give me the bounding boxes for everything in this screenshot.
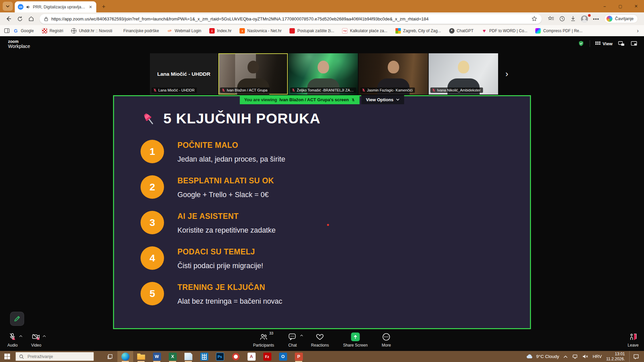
red-ring-app[interactable] <box>228 351 244 362</box>
taskbar-search[interactable] <box>15 352 94 361</box>
history-icon[interactable] <box>559 16 565 22</box>
video-tile[interactable]: Željko Tomašić -BRANITELJI ZAJ... <box>288 53 358 95</box>
bookmark-item[interactable]: Uhddr.hr :: Novosti <box>71 28 112 34</box>
calculator-app[interactable] <box>196 351 212 362</box>
filezilla-app[interactable]: Fz <box>259 351 275 362</box>
home-icon[interactable] <box>26 14 36 24</box>
share-screen-icon <box>351 333 360 341</box>
outlook-app[interactable]: O <box>275 351 291 362</box>
hidden-icons-chevron[interactable] <box>564 355 568 358</box>
task-view-button[interactable] <box>103 351 117 362</box>
slide-item: 5 TRENING JE KLJUČAN Alat bez treninga =… <box>141 282 285 317</box>
audio-options-caret[interactable] <box>19 335 22 337</box>
profile-avatar[interactable] <box>581 15 588 22</box>
calculator-icon <box>200 353 208 361</box>
strip-next-icon[interactable] <box>502 53 512 95</box>
url-text[interactable]: https://app.zoom.us/wc/84063762593/join?… <box>51 16 528 21</box>
bookmark-item[interactable]: Compress PDF | Re... <box>535 28 582 34</box>
video-tile[interactable]: Jasmin Fazlagic- Kamenčići <box>359 53 428 95</box>
action-center-button[interactable] <box>629 351 643 362</box>
slide-item-list: 1 POČNITE MALO Jedan alat, jedan proces,… <box>141 140 285 317</box>
divider <box>590 40 590 47</box>
video-tile[interactable]: Ivana Nikolić_Ambidekster <box>429 53 498 95</box>
tab-audio-icon[interactable] <box>26 5 31 9</box>
address-bar[interactable]: https://app.zoom.us/wc/84063762593/join?… <box>40 14 542 24</box>
bookmark-item[interactable]: PDF to WORD | Co... <box>482 28 528 34</box>
search-input[interactable] <box>27 354 84 359</box>
item-heading: AI JE ASISTENT <box>177 212 276 221</box>
bookmark-item[interactable]: Index.hr <box>209 28 231 34</box>
item-number-badge: 3 <box>141 211 164 234</box>
bookmark-item[interactable]: Kalkulator plaće za... <box>342 28 387 34</box>
new-tab-button[interactable] <box>99 3 108 11</box>
video-tile[interactable]: Lana Miočić - UHDDR Lana Miočić - UHDDR <box>150 53 218 95</box>
video-button[interactable]: ! Video <box>31 333 41 348</box>
video-tile[interactable]: Ivan Blažon / ACT Grupa <box>218 53 288 95</box>
bookmark-item[interactable]: Postupak zaštite ži... <box>289 28 334 34</box>
minimize-video-icon[interactable] <box>618 41 625 47</box>
powerpoint-app[interactable]: P <box>291 351 307 362</box>
participant-name-badge: Jasmin Fazlagic- Kamenčići <box>360 87 415 93</box>
tab-title: PRR, Digitalizacija upravljanja <box>33 5 86 9</box>
notepad-icon <box>184 353 193 361</box>
photoshop-app[interactable]: Ps <box>212 351 228 362</box>
tab-close-icon[interactable] <box>88 4 93 10</box>
chat-icon <box>288 333 297 341</box>
favorites-bar-icon[interactable] <box>548 16 554 22</box>
window-minimize-button[interactable] <box>597 0 612 12</box>
start-button[interactable] <box>0 351 14 362</box>
downloads-icon[interactable] <box>570 16 576 22</box>
more-icon <box>382 333 390 341</box>
bookmark-item[interactable]: ChatGPT <box>449 28 474 34</box>
mic-muted-icon <box>291 88 296 92</box>
more-button[interactable]: More <box>382 333 391 348</box>
edge-app[interactable] <box>117 351 133 362</box>
refresh-icon[interactable] <box>15 14 25 24</box>
isp-icon <box>342 28 347 34</box>
browser-tab[interactable]: zm PRR, Digitalizacija upravljanja <box>15 1 96 12</box>
security-shield-icon[interactable] <box>578 40 584 47</box>
notepad-app[interactable] <box>180 351 196 362</box>
bookmark-item[interactable]: Naslovnica - Net.hr <box>239 28 281 34</box>
svg-text:!: ! <box>13 338 14 340</box>
bookmark-item[interactable]: Zagreb, City of Zag... <box>395 28 441 34</box>
bookmark-item[interactable]: Webmail Login <box>167 28 201 34</box>
volume-muted-icon[interactable] <box>582 354 588 359</box>
pip-window-icon[interactable] <box>631 41 638 47</box>
excel-app[interactable]: X <box>165 351 180 362</box>
file-explorer-app[interactable] <box>133 351 149 362</box>
video-options-caret[interactable] <box>43 335 46 337</box>
browser-menu-icon[interactable] <box>593 16 599 22</box>
word-app[interactable]: W <box>149 351 165 362</box>
language-indicator[interactable]: HRV <box>593 354 602 359</box>
network-icon[interactable] <box>572 354 578 359</box>
audio-button[interactable]: ! Audio <box>7 333 18 348</box>
zoom-workplace-logo: zoom Workplace <box>8 40 30 49</box>
participants-button[interactable]: 33 Participants <box>253 333 274 348</box>
chat-button[interactable]: Chat <box>288 333 297 348</box>
window-maximize-button[interactable] <box>612 0 628 12</box>
view-options-button[interactable]: View Options <box>361 95 404 104</box>
bookmark-star-icon[interactable] <box>531 16 537 22</box>
bookmark-item[interactable]: Registri <box>42 28 63 34</box>
back-icon[interactable] <box>3 14 13 24</box>
reactions-button[interactable]: Reactions <box>311 333 329 348</box>
annotation-pencil-button[interactable] <box>10 312 24 325</box>
weather-widget[interactable]: 9°C Cloudy <box>526 354 559 359</box>
copilot-chat-button[interactable]: Čavrljanje <box>604 14 638 23</box>
bookmark-item[interactable]: Financijske podrške <box>120 28 159 34</box>
leave-button[interactable]: Leave <box>628 333 639 348</box>
bookmarks-overflow-icon[interactable] <box>636 28 640 34</box>
item-text: Google + Trello + Slack = 0€ <box>177 191 274 199</box>
access-app[interactable]: A <box>244 351 259 362</box>
sidebar-toggle-icon[interactable] <box>4 28 10 33</box>
share-screen-button[interactable]: Share Screen <box>343 333 368 348</box>
view-button[interactable]: View <box>595 41 612 46</box>
window-close-button[interactable] <box>628 0 644 12</box>
lock-icon[interactable] <box>44 16 48 21</box>
tab-search-chevron-icon[interactable] <box>3 2 13 11</box>
chat-options-caret[interactable] <box>300 335 303 337</box>
bookmark-item[interactable]: Google <box>13 28 34 34</box>
mic-muted-icon <box>153 88 157 92</box>
clock[interactable]: 13:01 11.2.2026. <box>606 352 625 362</box>
